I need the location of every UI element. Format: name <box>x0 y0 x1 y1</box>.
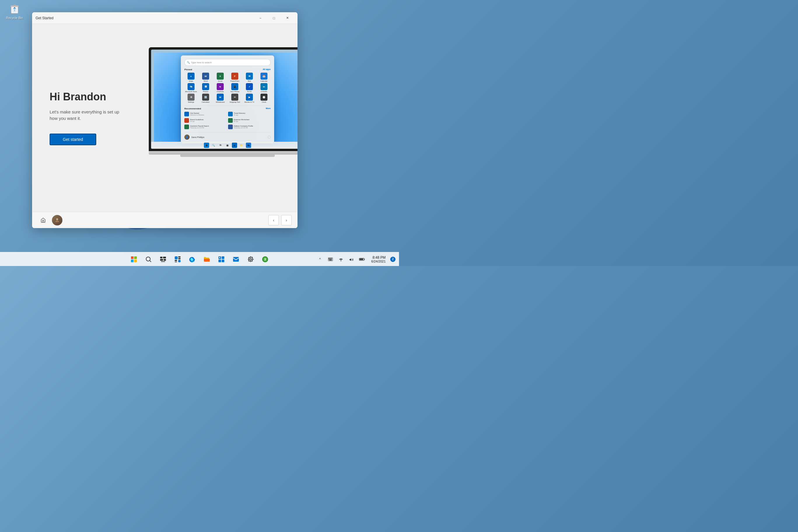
close-button[interactable]: ✕ <box>281 14 294 23</box>
edge-button[interactable] <box>186 253 198 266</box>
pinned-section-header: Pinned All apps <box>184 68 271 71</box>
home-button[interactable] <box>38 215 49 226</box>
battery-icon[interactable] <box>357 254 367 264</box>
clock-display[interactable]: 8:48 PM 6/24/2021 <box>369 254 388 264</box>
svg-rect-38 <box>329 259 330 260</box>
window-title: Get Started <box>36 16 53 20</box>
widgets-button[interactable] <box>171 253 184 266</box>
forward-button[interactable]: › <box>281 215 292 226</box>
svg-rect-12 <box>160 256 163 259</box>
window-controls: − □ ✕ <box>254 14 294 23</box>
svg-rect-13 <box>163 256 166 259</box>
laptop-tb-search: 🔍 <box>211 142 216 148</box>
clock-date: 6/24/2021 <box>371 260 385 263</box>
app-word: W Word <box>199 73 212 82</box>
minimize-button[interactable]: − <box>254 14 267 23</box>
pinned-apps-grid: e Edge W Word X Excel <box>184 73 271 103</box>
rec-item-brand: Brand Guidelines 3h ago <box>184 118 227 123</box>
app-clock: 🕐 Clock <box>257 94 271 103</box>
svg-rect-6 <box>131 256 134 259</box>
svg-rect-37 <box>329 259 329 260</box>
app-photos: 🖼 Photos <box>199 83 212 93</box>
laptop-mockup: 🔍 Type here to search Pinned All apps e <box>149 47 298 157</box>
laptop-screen-outer: 🔍 Type here to search Pinned All apps e <box>149 47 298 151</box>
start-menu-popup: 🔍 Type here to search Pinned All apps e <box>181 55 274 143</box>
search-button[interactable] <box>142 253 155 266</box>
system-tray: ^ <box>315 254 396 264</box>
rec-item-getstartd: Get Started Welcome to Windows <box>184 112 227 116</box>
volume-icon[interactable] <box>347 254 356 264</box>
laptop-stand <box>180 155 275 157</box>
tray-chevron[interactable]: ^ <box>315 254 325 264</box>
rec-item-travel: Travel Itinerary 3h ago <box>228 112 271 116</box>
svg-rect-16 <box>161 261 165 262</box>
bottom-right-nav: ‹ › <box>268 215 292 226</box>
svg-rect-19 <box>178 258 180 259</box>
notification-badge[interactable]: 2 <box>390 256 396 262</box>
svg-point-42 <box>341 261 342 261</box>
explorer-button[interactable] <box>201 253 213 266</box>
clock-time: 8:48 PM <box>371 255 385 260</box>
svg-rect-39 <box>330 259 331 260</box>
subtitle-text: Let's make sure everything is set up how… <box>50 109 128 122</box>
svg-rect-20 <box>175 260 177 261</box>
svg-rect-7 <box>134 256 137 259</box>
rec-item-expense: Expense Worksheet 3h ago <box>228 118 271 123</box>
user-avatar[interactable] <box>52 215 62 226</box>
app-edge: e Edge <box>184 73 198 82</box>
task-view-button[interactable] <box>157 253 169 266</box>
wifi-icon[interactable] <box>336 254 346 264</box>
app-movies: ▶ Movies & TV <box>243 94 256 103</box>
app-phone: 📱 Your Phone <box>228 83 242 93</box>
settings-button[interactable] <box>244 253 257 266</box>
maximize-button[interactable]: □ <box>267 14 281 23</box>
get-started-button[interactable]: Get started <box>50 134 96 145</box>
laptop-tb-edge: e <box>232 142 237 148</box>
svg-text:X: X <box>264 258 266 261</box>
rec-item-payroll: Quarterly Payroll Report Yesterday at 6:… <box>184 125 227 129</box>
window-content: Hi Brandon Let's make sure everything is… <box>32 24 298 212</box>
taskbar-center-icons: X <box>128 253 271 266</box>
window-bottom-bar: ‹ › <box>32 212 298 228</box>
laptop-tb-store: 🛍 <box>246 142 251 148</box>
start-button[interactable] <box>128 253 140 266</box>
svg-rect-44 <box>364 259 365 260</box>
svg-rect-22 <box>178 260 180 262</box>
svg-rect-41 <box>329 260 332 261</box>
recycle-bin-icon[interactable]: Recycle Bin <box>3 3 26 20</box>
xboxbar-button[interactable]: X <box>259 253 271 266</box>
svg-point-5 <box>56 218 58 220</box>
svg-rect-15 <box>164 259 166 261</box>
rec-item-addium: Addium Company Profile Yesterday at 5:15… <box>228 125 271 129</box>
left-panel: Hi Brandon Let's make sure everything is… <box>32 24 146 212</box>
svg-rect-33 <box>329 258 329 259</box>
svg-rect-26 <box>222 260 224 262</box>
back-button[interactable]: ‹ <box>268 215 279 226</box>
mail-button[interactable] <box>230 253 242 266</box>
app-sniptool: ✂ Snipping Tool <box>228 94 242 103</box>
app-ppt: P PowerPoint <box>228 73 242 82</box>
svg-rect-45 <box>360 259 363 260</box>
keyboard-icon[interactable] <box>326 254 335 264</box>
svg-rect-9 <box>134 260 137 262</box>
app-calculator: 🔢 Calculator <box>199 94 212 103</box>
svg-rect-40 <box>331 259 332 260</box>
svg-rect-14 <box>160 259 163 261</box>
greeting-text: Hi Brandon <box>50 91 128 103</box>
bottom-left-nav <box>38 215 62 226</box>
sys-tray-icons: ^ <box>315 254 367 264</box>
laptop-tb-taskview: ⧉ <box>218 142 223 148</box>
recycle-bin-label: Recycle Bin <box>3 16 26 20</box>
recommended-header: Recommended More <box>184 107 271 110</box>
laptop-taskbar: ⊞ 🔍 ⧉ ▦ e 📁 🛍 <box>151 142 298 149</box>
svg-rect-35 <box>330 258 331 259</box>
store-button[interactable] <box>215 253 228 266</box>
app-todo: ✓ To Do <box>243 83 256 93</box>
svg-point-28 <box>250 259 251 260</box>
app-calendar: 📅 Calendar <box>257 73 271 82</box>
svg-rect-34 <box>329 258 330 259</box>
app-excel: X Excel <box>213 73 227 82</box>
app-settings: ⚙ Settings <box>184 94 198 103</box>
app-onenote: N OneNote <box>213 83 227 93</box>
right-panel: 🔍 Type here to search Pinned All apps e <box>146 24 298 212</box>
